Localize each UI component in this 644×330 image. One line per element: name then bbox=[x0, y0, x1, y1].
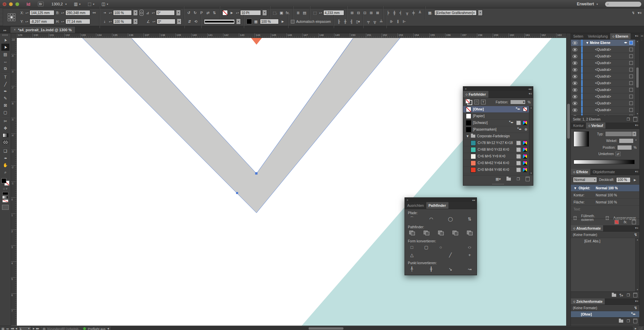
distribute-hcenter-icon[interactable]: ╫ bbox=[343, 19, 347, 23]
new-style-group-icon[interactable] bbox=[619, 320, 623, 323]
rotate-cw-icon[interactable]: ↻ bbox=[193, 11, 198, 15]
stroke-color-swatch[interactable] bbox=[222, 10, 228, 15]
transparency-icon[interactable]: ▣ bbox=[279, 11, 284, 15]
flip-horizontal-icon[interactable]: ⇄ bbox=[206, 11, 210, 15]
textwrap-bounding-icon[interactable]: ▤ bbox=[302, 11, 307, 15]
formatting-affects-text-icon[interactable]: T bbox=[6, 187, 7, 190]
tint-field[interactable]: 100 % bbox=[260, 19, 279, 24]
layer-target-box[interactable] bbox=[629, 101, 633, 105]
swatch-row[interactable]: C=0 M=62 Y=64 K=0 bbox=[463, 160, 529, 167]
collapse-icon[interactable]: ◂◂ bbox=[528, 87, 531, 91]
swatch-row[interactable]: C=0 M=84 Y=90 K=0 bbox=[463, 167, 529, 173]
control-panel-menu-icon[interactable]: ▾≡ bbox=[637, 11, 642, 15]
layers-scrollbar[interactable]: ▲▼ bbox=[635, 40, 639, 115]
convert-plain-point-icon[interactable]: ╀ bbox=[408, 266, 416, 272]
tab-pathfinder[interactable]: Pathfinder bbox=[426, 202, 448, 209]
tab-verknuepfung[interactable]: Verknüpfung bbox=[586, 33, 610, 39]
distribute-space-icon[interactable]: ▯▾ bbox=[356, 19, 360, 24]
triangle-down-icon[interactable]: ▼ bbox=[466, 134, 469, 138]
align-top-icon[interactable]: ╥ bbox=[405, 11, 410, 15]
effects-target-row[interactable]: Kontur:Normal 100 % bbox=[571, 191, 639, 198]
gradient-thumbnail[interactable] bbox=[574, 131, 589, 147]
line-tool[interactable]: ╱ bbox=[1, 81, 9, 88]
scale-y-stepper[interactable]: ▲▼ bbox=[109, 21, 111, 22]
x-stepper[interactable]: ▲▼ bbox=[25, 12, 28, 14]
selection-tool[interactable]: ➤ bbox=[1, 37, 9, 44]
view-options-dropdown[interactable]: ▥▼ bbox=[74, 2, 81, 6]
gap-options-icon-3[interactable]: ╧ bbox=[379, 19, 383, 23]
fit-fill-icon[interactable]: ⊠ bbox=[375, 11, 380, 15]
fill-color-swatch[interactable] bbox=[247, 19, 252, 24]
document-tab[interactable]: × *a4_portrait_1s.indd @ 1300 % bbox=[10, 26, 75, 33]
hand-tool[interactable]: ✋ bbox=[1, 161, 9, 169]
eye-icon[interactable] bbox=[573, 41, 577, 45]
y-field[interactable]: -8,297 mm bbox=[30, 19, 54, 24]
apply-none-button[interactable] bbox=[2, 199, 8, 202]
paragraph-styles-menu-icon[interactable]: ▾≡ bbox=[635, 226, 638, 230]
control-panel-grip[interactable] bbox=[0, 8, 3, 26]
content-collector-tool[interactable]: ⧉ bbox=[1, 65, 9, 72]
layer-target-box[interactable] bbox=[629, 95, 633, 98]
delete-effect-icon[interactable] bbox=[632, 220, 636, 224]
gradient-feather-tool[interactable] bbox=[1, 139, 9, 146]
layer-visibility-cell[interactable] bbox=[571, 87, 579, 93]
dock-edge-strip[interactable]: ◂◂⋮ bbox=[639, 33, 644, 326]
layer-visibility-cell[interactable] bbox=[571, 60, 579, 66]
note-tool[interactable]: ❏ bbox=[1, 147, 9, 154]
layer-visibility-cell[interactable] bbox=[571, 80, 579, 86]
tab-ausrichten[interactable]: Ausrichten bbox=[405, 202, 426, 209]
close-tab-icon[interactable]: × bbox=[14, 28, 16, 32]
layer-target-box[interactable] bbox=[629, 81, 633, 85]
convert-open-path-icon[interactable]: ◠ bbox=[427, 216, 435, 222]
layer-visibility-cell[interactable] bbox=[571, 100, 579, 106]
tab-absatzformate[interactable]: ◇Absatzformate bbox=[571, 225, 603, 231]
fit-proportional-icon[interactable]: ⊞ bbox=[369, 11, 374, 15]
swatch-row[interactable]: [Ohne]✒ bbox=[463, 106, 529, 113]
character-style-row[interactable]: [Ohne] ✒ bbox=[571, 311, 639, 317]
convert-symmetrical-point-icon[interactable]: ↝ bbox=[466, 266, 474, 272]
layer-row[interactable]: <Quadrat> bbox=[571, 100, 636, 107]
clear-effects-icon[interactable] bbox=[614, 220, 619, 224]
x-field[interactable]: 144,125 mm bbox=[30, 10, 54, 15]
anchor-point-2[interactable] bbox=[236, 192, 238, 194]
gradient-swatch-tool[interactable] bbox=[1, 132, 9, 139]
page-tool[interactable]: ▤ bbox=[1, 51, 9, 58]
convert-close-path-icon[interactable]: ◯ bbox=[446, 216, 454, 222]
align-left-icon[interactable]: ╞ bbox=[386, 11, 390, 15]
apply-gradient-button[interactable] bbox=[2, 196, 8, 199]
anchor-point-1[interactable] bbox=[255, 172, 258, 175]
reference-point-proxy[interactable] bbox=[3, 8, 20, 26]
scroll-right-arrow[interactable]: ▶ bbox=[635, 327, 636, 330]
convert-triangle-icon[interactable]: △ bbox=[408, 251, 416, 258]
width-field[interactable]: 280,348 mm bbox=[65, 10, 90, 15]
align-hcenter-icon[interactable]: ╫ bbox=[392, 11, 397, 15]
swatches-fill-stroke-proxy[interactable] bbox=[466, 99, 472, 105]
tab-kontur[interactable]: Kontur bbox=[571, 123, 586, 129]
select-container-icon[interactable]: ⇵ bbox=[187, 19, 192, 24]
fill-proxy-swatch[interactable] bbox=[1, 178, 6, 183]
distribute-left-icon[interactable]: ╟ bbox=[336, 19, 341, 23]
tint-slider[interactable]: ▶ bbox=[510, 100, 526, 104]
align-right-icon[interactable]: ╡ bbox=[398, 11, 403, 15]
shear-stepper[interactable]: ▲▼ bbox=[152, 21, 155, 22]
formatting-affects-container-icon[interactable]: □ bbox=[3, 187, 5, 190]
swatch-row[interactable]: [Papier] bbox=[463, 113, 529, 120]
new-style-group-icon[interactable] bbox=[612, 294, 616, 297]
swatch-row[interactable]: C=6 M=5 Y=9 K=0 bbox=[463, 153, 529, 160]
formatting-affects-container-icon[interactable]: □ bbox=[474, 100, 479, 104]
next-page-button[interactable]: ▶ bbox=[33, 327, 34, 330]
scale-x-dropdown[interactable]: ▼ bbox=[133, 10, 138, 16]
convert-minus-back-icon[interactable] bbox=[466, 230, 474, 236]
stroke-weight-stepper[interactable]: ▲▼ bbox=[236, 12, 238, 14]
collapse-icon[interactable]: ◂◂ bbox=[472, 198, 475, 202]
pen-tool[interactable]: ✒ bbox=[1, 88, 9, 95]
tab-objektformate[interactable]: Objektformate bbox=[590, 169, 617, 175]
layer-target-box[interactable] bbox=[629, 54, 633, 58]
select-content-icon[interactable]: ⟲ bbox=[194, 19, 198, 24]
scissors-tool[interactable]: ✂ bbox=[1, 117, 9, 125]
eye-icon[interactable] bbox=[573, 115, 577, 116]
vertical-scrollbar-thumb[interactable] bbox=[567, 104, 570, 139]
reference-point-grid[interactable] bbox=[8, 13, 15, 21]
layer-row[interactable]: <Quadrat> bbox=[571, 66, 636, 73]
workspace-switcher[interactable]: Erweitert ▼ bbox=[577, 2, 598, 6]
